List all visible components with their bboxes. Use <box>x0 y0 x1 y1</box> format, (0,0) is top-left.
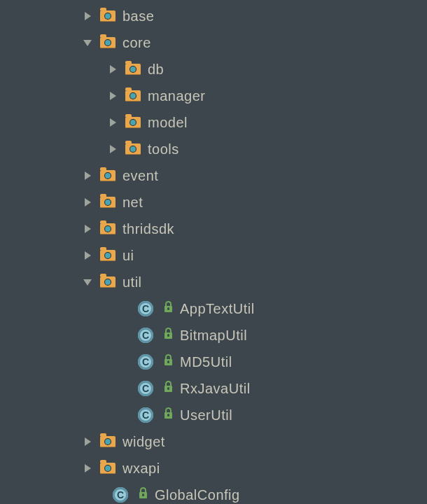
svg-marker-11 <box>85 438 91 446</box>
tree-item-label: BitmapUtil <box>180 328 247 344</box>
project-tree[interactable]: basecoredbmanagermodeltoolseventnetthrid… <box>0 0 427 504</box>
tree-item-label: event <box>122 168 158 184</box>
package-folder-icon <box>100 276 115 288</box>
tree-item-userutil[interactable]: CUserUtil <box>0 402 427 428</box>
tree-item-label: wxapi <box>122 461 160 477</box>
java-class-icon: C <box>113 487 128 503</box>
java-class-icon: C <box>138 354 153 370</box>
package-folder-icon <box>100 463 115 474</box>
unlocked-public-icon <box>139 492 147 498</box>
tree-item-core[interactable]: core <box>0 29 427 56</box>
svg-marker-5 <box>110 145 116 153</box>
unlocked-public-icon <box>164 412 172 419</box>
java-class-icon: C <box>138 381 153 396</box>
chevron-right-icon[interactable] <box>80 463 94 473</box>
package-folder-icon <box>100 223 115 234</box>
package-folder-icon <box>125 64 141 75</box>
package-folder-icon <box>100 37 115 48</box>
tree-item-base[interactable]: base <box>0 3 427 29</box>
chevron-right-icon[interactable] <box>80 251 94 260</box>
java-class-icon: C <box>138 328 153 343</box>
tree-item-label: MD5Util <box>180 354 232 370</box>
tree-item-label: base <box>122 8 154 24</box>
svg-marker-7 <box>85 198 91 206</box>
chevron-right-icon[interactable] <box>106 118 120 127</box>
java-class-icon: C <box>138 407 153 423</box>
chevron-right-icon[interactable] <box>106 144 120 154</box>
tree-item-thridsdk[interactable]: thridsdk <box>0 216 427 242</box>
tree-item-ui[interactable]: ui <box>0 242 427 269</box>
svg-marker-2 <box>110 65 116 74</box>
tree-item-label: net <box>122 195 143 211</box>
svg-marker-12 <box>85 464 91 472</box>
package-folder-icon <box>100 250 115 261</box>
tree-item-label: db <box>148 62 164 78</box>
tree-item-label: RxJavaUtil <box>180 381 251 397</box>
unlocked-public-icon <box>164 359 172 365</box>
tree-item-util[interactable]: util <box>0 269 427 295</box>
tree-item-rxjavautil[interactable]: CRxJavaUtil <box>0 375 427 402</box>
svg-marker-1 <box>83 40 92 46</box>
tree-item-label: model <box>148 115 188 131</box>
tree-item-label: manager <box>148 88 205 104</box>
svg-marker-4 <box>110 118 116 127</box>
package-folder-icon <box>125 90 141 102</box>
chevron-down-icon[interactable] <box>80 278 94 286</box>
chevron-right-icon[interactable] <box>106 91 120 101</box>
chevron-right-icon[interactable] <box>106 64 120 74</box>
tree-item-globalconfig[interactable]: CGlobalConfig <box>0 482 427 504</box>
tree-item-label: widget <box>122 434 165 450</box>
tree-item-model[interactable]: model <box>0 109 427 136</box>
chevron-right-icon[interactable] <box>80 171 94 181</box>
tree-item-net[interactable]: net <box>0 189 427 216</box>
tree-item-label: tools <box>148 141 179 158</box>
tree-item-md5util[interactable]: CMD5Util <box>0 349 427 375</box>
tree-item-label: thridsdk <box>122 221 174 237</box>
tree-item-db[interactable]: db <box>0 56 427 83</box>
tree-item-widget[interactable]: widget <box>0 428 427 455</box>
tree-item-event[interactable]: event <box>0 162 427 189</box>
package-folder-icon <box>100 436 115 447</box>
package-folder-icon <box>125 117 141 128</box>
tree-item-wxapi[interactable]: wxapi <box>0 455 427 482</box>
unlocked-public-icon <box>164 332 172 339</box>
unlocked-public-icon <box>164 306 172 312</box>
chevron-right-icon[interactable] <box>80 11 94 21</box>
package-folder-icon <box>100 10 115 22</box>
package-folder-icon <box>125 144 141 155</box>
tree-item-apptextutil[interactable]: CAppTextUtil <box>0 295 427 322</box>
chevron-right-icon[interactable] <box>80 197 94 207</box>
tree-item-label: GlobalConfig <box>155 487 240 503</box>
tree-item-label: ui <box>122 248 134 264</box>
unlocked-public-icon <box>164 386 172 392</box>
svg-marker-6 <box>85 172 91 180</box>
chevron-right-icon[interactable] <box>80 437 94 447</box>
package-folder-icon <box>100 170 115 181</box>
tree-item-label: core <box>122 35 151 51</box>
tree-item-label: util <box>122 274 142 290</box>
tree-item-bitmaputil[interactable]: CBitmapUtil <box>0 322 427 349</box>
svg-marker-3 <box>110 92 116 100</box>
tree-item-manager[interactable]: manager <box>0 83 427 109</box>
java-class-icon: C <box>138 301 153 316</box>
chevron-right-icon[interactable] <box>80 224 94 234</box>
svg-marker-10 <box>83 279 92 286</box>
tree-item-tools[interactable]: tools <box>0 136 427 162</box>
svg-marker-9 <box>85 251 91 260</box>
svg-marker-0 <box>85 12 91 20</box>
tree-item-label: UserUtil <box>180 407 232 424</box>
chevron-down-icon[interactable] <box>80 38 94 47</box>
tree-item-label: AppTextUtil <box>180 301 255 317</box>
svg-marker-8 <box>85 225 91 233</box>
package-folder-icon <box>100 197 115 208</box>
